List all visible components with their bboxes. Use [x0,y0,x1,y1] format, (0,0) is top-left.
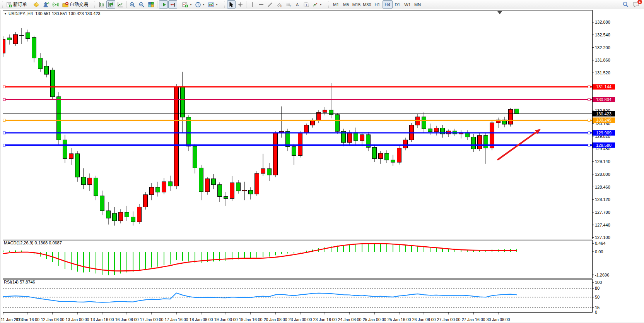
candle [360,135,364,141]
candle [26,33,30,38]
time-tick-label: 30 Jan 08:00 [487,317,510,322]
candle [14,34,18,44]
price-line-badge-label: 130.804 [596,97,612,102]
candle [75,154,80,177]
macd-indicator-header: MACD(12,26,9) 0.1368 0.0687 [4,241,62,245]
candle [372,148,377,159]
time-tick-label: 18 Jan 08:00 [190,317,213,322]
price-tick-label: 132.540 [595,33,610,37]
candle [100,196,104,211]
candle [292,147,296,156]
time-tick-label: 25 Jan 00:00 [363,317,386,322]
candle [403,140,408,148]
price-line-badge-label: 130.423 [596,112,612,116]
line-handle[interactable] [3,144,5,146]
rsi-tick-label: 100 [595,280,602,285]
price-pane [3,10,593,239]
candle [88,178,92,184]
candle [298,133,302,156]
rsi-tick-label: 80 [595,286,600,290]
line-handle[interactable] [588,86,590,88]
macd-signal-value: 0.0687 [49,241,62,245]
chart-ohlc-header: ▼USDJPY-,H4 130.551 130.551 130.423 130.… [4,11,100,16]
candle [51,70,55,96]
line-handle[interactable] [588,98,590,101]
rsi-label: RSI(14) [4,280,19,284]
candle [261,168,265,174]
candle [236,183,241,191]
ohlc-values: 130.551 130.551 130.423 130.423 [35,11,100,16]
candle [181,87,185,117]
candle [38,58,43,69]
rsi-tick-label: 0 [595,310,597,314]
candle [478,136,482,149]
chart-canvas[interactable]: 132.880132.540132.200131.860131.520130.5… [0,0,644,323]
candle [484,136,488,148]
candle [137,207,142,222]
candle [428,129,432,132]
candle [243,190,247,191]
candle [193,146,197,168]
candle [106,211,111,218]
time-tick-label: 19 Jan 00:00 [214,317,238,322]
macd-main-value: 0.1368 [34,241,48,245]
time-tick-label: 16 Jan 08:00 [115,317,139,322]
candle [131,217,135,222]
price-line-badge-label: 129.580 [596,143,612,148]
rsi-indicator-header: RSI(14) 57.8746 [4,280,35,284]
symbol-dropdown-icon[interactable]: ▼ [4,12,7,15]
candle [69,154,73,159]
candle [63,140,67,158]
price-line-badge-label: 131.144 [596,84,612,89]
candle [397,148,401,162]
line-handle[interactable] [3,86,5,88]
candle [304,125,309,133]
line-handle[interactable] [588,132,590,134]
price-tick-label: 127.440 [595,223,610,227]
price-line-badge-label: 130.249 [596,118,612,122]
candle [162,182,166,192]
price-tick-label: 128.120 [595,197,610,202]
candle [434,128,439,132]
candle [509,109,513,124]
time-tick-label: 23 Jan 16:00 [313,317,337,322]
price-axis[interactable]: 132.880132.540132.200131.860131.520130.5… [592,20,610,240]
line-handle[interactable] [3,132,5,134]
candle [267,168,272,175]
candle [125,212,129,217]
candle [187,117,191,146]
time-axis[interactable]: 11 Jan 202311 Jan 16:0012 Jan 08:0013 Ja… [1,313,510,322]
time-tick-label: 17 Jan 16:00 [165,317,188,322]
line-handle[interactable] [3,119,5,121]
time-tick-label: 25 Jan 16:00 [388,317,411,322]
candle [311,120,315,125]
price-tick-label: 127.100 [595,235,610,240]
candle [94,178,98,196]
candle [113,213,117,221]
candle [379,153,383,158]
line-handle[interactable] [3,98,5,101]
candle [348,132,352,143]
candle [119,212,123,221]
candle [32,38,36,58]
price-tick-label: 129.140 [595,159,610,164]
time-tick-label: 23 Jan 00:00 [289,317,312,322]
candle [20,35,24,36]
candle [143,195,148,207]
candle [255,174,259,194]
price-tick-label: 132.880 [595,20,610,24]
time-tick-label: 13 Jan 00:00 [66,317,89,322]
candle [391,160,395,162]
macd-pane [3,240,593,278]
mt4-trading-platform: 新订单 [0,0,644,323]
time-tick-label: 26 Jan 08:00 [412,317,436,322]
symbol-period: USDJPY-,H4 [9,11,33,16]
time-tick-label: 24 Jan 08:00 [338,317,362,322]
candle [199,168,203,192]
time-tick-label: 19 Jan 16:00 [239,317,263,322]
line-handle[interactable] [588,144,590,146]
line-handle[interactable] [588,119,590,121]
candle [230,183,234,198]
candle [1,40,5,53]
candle [7,38,12,40]
